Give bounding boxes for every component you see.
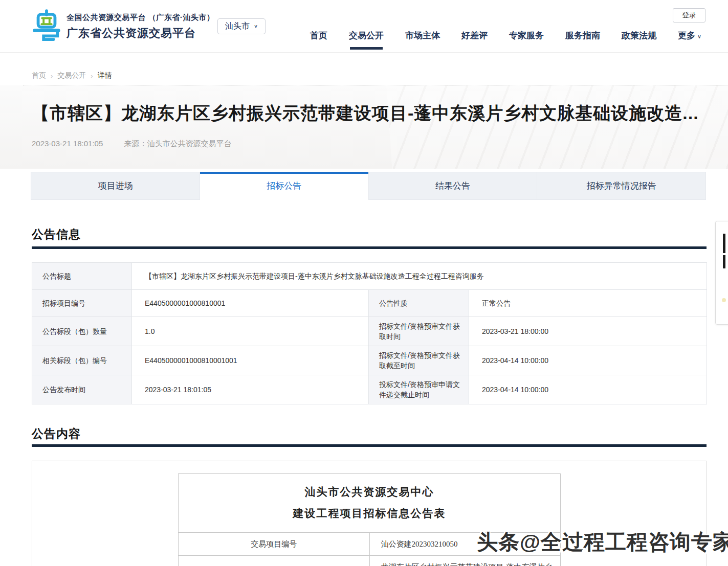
row-label: 公告标题 xyxy=(32,263,132,290)
row-value: 龙湖东片区乡村振兴示范带建设项目-蓬中东溪片乡村文脉基础设施改造工程全过程工程咨… xyxy=(369,556,561,566)
chevron-down-icon: ∨ xyxy=(697,33,701,39)
banner-background-decoration xyxy=(386,85,728,169)
toolbar-dot-decoration xyxy=(722,298,726,302)
row-value: 2023-03-21 18:00:00 xyxy=(469,317,707,346)
breadcrumb-home[interactable]: 首页 xyxy=(32,71,46,80)
breadcrumb-trade-public[interactable]: 交易公开 xyxy=(57,71,86,80)
nav-item-more[interactable]: 更多∨ xyxy=(678,30,701,52)
toolbar-glyph-fragment xyxy=(723,255,725,268)
page-title: 【市辖区】龙湖东片区乡村振兴示范带建设项目-蓬中东溪片乡村文脉基础设施改造... xyxy=(32,102,712,125)
brand-text: 全国公共资源交易平台 （广东省·汕头市） 广东省公共资源交易平台 xyxy=(67,13,214,41)
table-row: 公告标段（包）数量 1.0 招标文件/资格预审文件获取时间 2023-03-21… xyxy=(32,317,707,346)
announcement-tabs: 项目进场 招标公告 结果公告 招标异常情况报告 xyxy=(31,172,706,200)
toutiao-watermark: 头条@全过程工程咨询专家 xyxy=(477,528,728,556)
breadcrumb-current: 详情 xyxy=(98,71,112,80)
site-header: 全国公共资源交易平台 （广东省·汕头市） 广东省公共资源交易平台 汕头市 ∨ 首… xyxy=(0,0,728,53)
tab-project-entry[interactable]: 项目进场 xyxy=(31,172,200,200)
tab-result-announcement[interactable]: 结果公告 xyxy=(369,172,538,200)
doc-title-line1: 汕头市公共资源交易中心 xyxy=(184,481,555,503)
nav-item-home[interactable]: 首页 xyxy=(310,30,327,52)
row-label: 相关标段（包）编号 xyxy=(32,346,132,375)
row-value: E4405000001000810001 xyxy=(132,290,369,317)
toolbar-glyph-fragment xyxy=(723,234,725,253)
nav-item-expert-services[interactable]: 专家服务 xyxy=(509,30,544,52)
floating-side-toolbar[interactable] xyxy=(715,221,728,325)
row-label: 招标文件/资格预审文件获取时间 xyxy=(369,317,469,346)
table-row: 公告标题 【市辖区】龙湖东片区乡村振兴示范带建设项目-蓬中东溪片乡村文脉基础设施… xyxy=(32,263,707,290)
row-value: E4405000001000810001001 xyxy=(132,346,369,375)
row-label: 交易项目编号 xyxy=(179,533,370,556)
breadcrumb: 首页 › 交易公开 › 详情 xyxy=(32,71,112,80)
row-value: 【市辖区】龙湖东片区乡村振兴示范带建设项目-蓬中东溪片乡村文脉基础设施改造工程全… xyxy=(132,263,707,290)
row-value: 2023-04-14 10:00:00 xyxy=(469,375,707,404)
row-label: 招标文件/资格预审文件获取截至时间 xyxy=(369,346,469,375)
article-source: 来源：汕头市公共资源交易平台 xyxy=(124,139,231,148)
section-title-announcement-content: 公告内容 xyxy=(32,426,81,442)
nav-item-reviews[interactable]: 好差评 xyxy=(461,30,488,52)
row-value: 2023-03-21 18:01:05 xyxy=(132,375,369,404)
table-row: 招标项目编号 E4405000001000810001 公告性质 正常公告 xyxy=(32,290,707,317)
city-selector-value: 汕头市 xyxy=(225,21,250,32)
tab-bid-announcement[interactable]: 招标公告 xyxy=(200,172,369,200)
row-label: 公告发布时间 xyxy=(32,375,132,404)
article-banner xyxy=(0,85,728,169)
city-selector[interactable]: 汕头市 ∨ xyxy=(217,18,266,34)
main-nav: 首页 交易公开 市场主体 好差评 专家服务 服务指南 政策法规 更多∨ xyxy=(310,30,701,52)
nav-item-policies[interactable]: 政策法规 xyxy=(622,30,656,52)
doc-title-line2: 建设工程项目招标信息公告表 xyxy=(184,503,555,524)
announcement-info-table: 公告标题 【市辖区】龙湖东片区乡村振兴示范带建设项目-蓬中东溪片乡村文脉基础设施… xyxy=(32,262,707,404)
row-label: 公告性质 xyxy=(369,290,469,317)
brand-subtitle: 全国公共资源交易平台 （广东省·汕头市） xyxy=(67,13,214,22)
nav-item-trade-public[interactable]: 交易公开 xyxy=(349,30,384,52)
row-label: 工程名称 xyxy=(179,556,370,566)
breadcrumb-separator-icon: › xyxy=(51,72,53,80)
section-title-announcement-info: 公告信息 xyxy=(32,227,81,242)
tab-abnormal-report[interactable]: 招标异常情况报告 xyxy=(537,172,706,200)
brand-title: 广东省公共资源交易平台 xyxy=(67,26,214,41)
table-row: 公告发布时间 2023-03-21 18:01:05 投标文件/资格预审申请文件… xyxy=(32,375,707,404)
row-value: 2023-04-14 10:00:00 xyxy=(469,346,707,375)
chevron-down-icon: ∨ xyxy=(254,24,258,29)
row-value: 1.0 xyxy=(132,317,369,346)
login-button[interactable]: 登录 xyxy=(673,8,705,22)
row-label: 公告标段（包）数量 xyxy=(32,317,132,346)
nav-item-service-guide[interactable]: 服务指南 xyxy=(565,30,600,52)
section-title-underline xyxy=(32,444,707,447)
row-label: 投标文件/资格预审申请文件递交截止时间 xyxy=(369,375,469,404)
row-value: 正常公告 xyxy=(469,290,707,317)
nav-item-market-entities[interactable]: 市场主体 xyxy=(405,30,440,52)
table-row: 相关标段（包）编号 E4405000001000810001001 招标文件/资… xyxy=(32,346,707,375)
table-row: 汕头市公共资源交易中心 建设工程项目招标信息公告表 xyxy=(179,474,561,533)
page: 全国公共资源交易平台 （广东省·汕头市） 广东省公共资源交易平台 汕头市 ∨ 首… xyxy=(0,0,728,566)
row-label: 招标项目编号 xyxy=(32,290,132,317)
article-meta: 2023-03-21 18:01:05 来源：汕头市公共资源交易平台 xyxy=(32,139,231,149)
doc-title-cell: 汕头市公共资源交易中心 建设工程项目招标信息公告表 xyxy=(179,474,561,533)
section-title-underline xyxy=(32,246,707,249)
breadcrumb-separator-icon: › xyxy=(91,72,93,80)
table-row: 工程名称 龙湖东片区乡村振兴示范带建设项目-蓬中东溪片乡村文脉基础设施改造工程全… xyxy=(179,556,561,566)
publish-time: 2023-03-21 18:01:05 xyxy=(32,139,103,148)
guangdong-platform-logo-icon xyxy=(32,7,61,46)
